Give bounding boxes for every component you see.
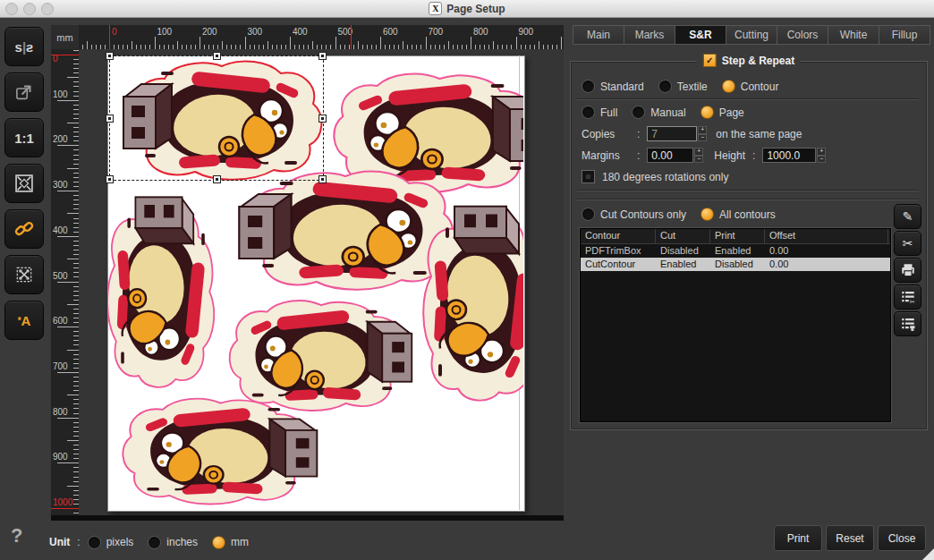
margins-spinner: + − [694, 148, 703, 163]
height-input[interactable] [762, 148, 816, 163]
column-header-contour[interactable]: Contour [581, 229, 656, 243]
area-manual-radio[interactable]: Manual [632, 106, 685, 119]
mode-standard-radio[interactable]: Standard [582, 80, 644, 93]
unit-mm-radio[interactable]: mm [212, 536, 249, 549]
help-button[interactable]: ? [11, 524, 22, 547]
area-page-radio[interactable]: Page [700, 106, 744, 119]
tab-s-r[interactable]: S&R [675, 25, 726, 45]
toolbar-export-button[interactable] [4, 72, 44, 112]
tab-colors[interactable]: Colors [777, 25, 828, 45]
radio-dot [700, 106, 714, 119]
selection-handle[interactable] [213, 52, 221, 60]
table-header-row: ContourCutPrintOffset [581, 229, 890, 244]
selection-handle[interactable] [318, 175, 327, 183]
rotations-label: 180 degrees rotations only [602, 171, 728, 183]
mode-textile-radio[interactable]: Textile [658, 80, 708, 93]
radio-dot [582, 80, 595, 93]
column-header-offset[interactable]: Offset [765, 229, 888, 243]
tab-cutting[interactable]: Cutting [726, 25, 777, 45]
margins-label: Margins [582, 149, 630, 162]
resize-grip[interactable] [922, 548, 934, 560]
radio-label: Page [719, 106, 744, 119]
radio-label: pixels [106, 536, 134, 548]
toolbar-mirror-text-button[interactable]: s|s [4, 27, 44, 66]
window-title-wrap: X Page Setup [0, 0, 934, 17]
radio-dot [582, 208, 595, 221]
toolbar-link-button[interactable] [4, 209, 44, 249]
window-title: Page Setup [446, 3, 505, 15]
copies-increment-button[interactable]: + [698, 126, 707, 134]
selection-handle[interactable] [318, 115, 327, 123]
unit-label: Unit [49, 536, 70, 548]
penguin-sticker-7[interactable] [123, 399, 317, 505]
contour-table: ContourCutPrintOffsetPDFTrimBoxDisabledE… [580, 228, 891, 422]
column-header-print[interactable]: Print [710, 229, 765, 243]
print-list-button[interactable] [894, 311, 921, 336]
x11-icon: X [429, 2, 442, 15]
rotations-checkbox[interactable] [582, 170, 595, 183]
cell: CutContour [581, 258, 656, 271]
unit-pixels-radio[interactable]: pixels [88, 536, 134, 549]
mode-radio-group: StandardTextileContour [582, 80, 793, 93]
height-spinbox: + − [762, 148, 826, 163]
copies-input[interactable] [647, 126, 697, 141]
mode-contour-radio[interactable]: Contour [722, 80, 779, 93]
toolbar-actual-size-button[interactable]: 1:1 [4, 118, 44, 157]
penguin-sticker-4[interactable] [239, 171, 453, 289]
copies-spinbox: + − [647, 126, 707, 141]
height-increment-button[interactable]: + [817, 148, 826, 156]
height-spinner: + − [817, 148, 826, 163]
tab-marks[interactable]: Marks [624, 25, 675, 45]
table-row-pdftrimbox[interactable]: PDFTrimBoxDisabledEnabled0.00 [581, 244, 890, 258]
separator [577, 190, 919, 191]
margins-increment-button[interactable]: + [694, 148, 703, 156]
selection-handle[interactable] [318, 52, 327, 60]
radio-label: Textile [677, 81, 708, 93]
radio-label: inches [166, 536, 198, 548]
penguin-sticker-3[interactable] [107, 197, 214, 387]
print-button[interactable]: Print [774, 525, 822, 551]
close-button[interactable]: Close [878, 525, 926, 551]
table-row-cutcontour[interactable]: CutContourEnabledDisabled0.00 [581, 258, 890, 271]
selection-handle[interactable] [106, 115, 114, 123]
cut-list-button[interactable]: ✂ [894, 284, 921, 310]
column-header-cut[interactable]: Cut [656, 229, 710, 243]
step-repeat-checkbox[interactable]: ✓ [703, 54, 717, 67]
height-decrement-button[interactable]: − [817, 156, 826, 164]
copies-decrement-button[interactable]: − [698, 134, 707, 142]
cut-button[interactable]: ✂ [894, 231, 921, 256]
toolbar-free-transform-button[interactable] [4, 255, 44, 294]
contour-radio-group: Cut Contours onlyAll contours [582, 208, 790, 221]
selection-handle[interactable] [213, 175, 221, 183]
unit-row: Unit : pixelsinchesmm [49, 535, 263, 549]
cell: 0.00 [765, 258, 888, 271]
selection-box[interactable] [109, 55, 324, 181]
selection-handle[interactable] [106, 52, 114, 60]
margins-decrement-button[interactable]: − [694, 156, 703, 164]
radio-label: Contour [741, 81, 779, 93]
radio-dot [632, 106, 645, 119]
radio-label: Cut Contours only [600, 208, 686, 221]
toolbar-text-attributes-button[interactable]: *A [4, 301, 44, 340]
area-full-radio[interactable]: Full [582, 106, 617, 119]
penguin-sticker-6[interactable] [230, 301, 412, 411]
print-button[interactable] [894, 258, 921, 283]
tab-main[interactable]: Main [573, 25, 624, 45]
contours-all-contours-radio[interactable]: All contours [700, 208, 776, 221]
selection-handle[interactable] [106, 175, 114, 183]
copies-row: Copies : + − on the same page [582, 126, 802, 141]
cell: Enabled [710, 244, 765, 258]
tab-fillup[interactable]: Fillup [879, 25, 930, 45]
radio-dot [148, 536, 161, 549]
tab-white[interactable]: White [828, 25, 879, 45]
margins-input[interactable] [647, 148, 693, 163]
colon: : [637, 128, 640, 140]
unit-inches-radio[interactable]: inches [148, 536, 198, 549]
toolbar-fit-page-button[interactable] [4, 164, 44, 203]
cell: Enabled [656, 258, 710, 271]
reset-button[interactable]: Reset [826, 525, 874, 551]
contours-cut-contours-only-radio[interactable]: Cut Contours only [582, 208, 686, 221]
edit-button[interactable]: ✎ [894, 204, 921, 229]
penguin-sticker-5[interactable] [423, 207, 523, 401]
radio-label: mm [231, 536, 249, 548]
